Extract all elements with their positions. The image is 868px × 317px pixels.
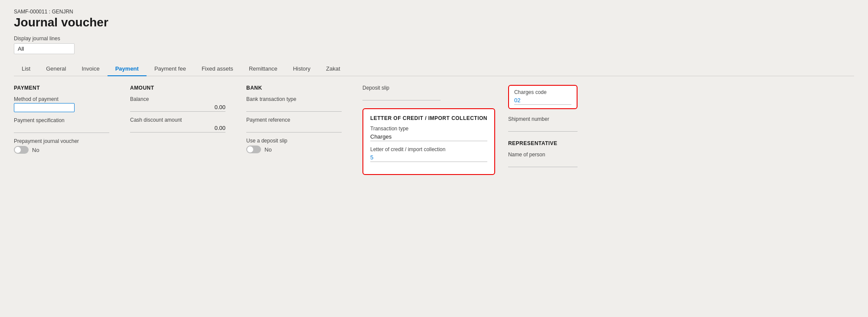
- display-label: Display journal lines: [14, 36, 854, 42]
- deposit-slip-value: [362, 92, 441, 100]
- tab-invoice[interactable]: Invoice: [74, 62, 107, 76]
- content-area: PAYMENT Method of payment Payment specif…: [14, 85, 854, 175]
- payment-section-title: PAYMENT: [14, 85, 109, 91]
- representative-title: REPRESENTATIVE: [508, 140, 595, 146]
- deposit-slip-label: Deposit slip: [362, 85, 495, 91]
- tab-fixed-assets[interactable]: Fixed assets: [194, 62, 241, 76]
- balance-label: Balance: [130, 96, 225, 102]
- bank-transaction-type-value: [246, 103, 342, 112]
- letter-of-credit-box: LETTER OF CREDIT / IMPORT COLLECTION Tra…: [362, 108, 495, 175]
- use-deposit-slip-toggle-row: No: [246, 146, 342, 153]
- charges-code-label: Charges code: [514, 89, 571, 95]
- payment-section: PAYMENT Method of payment Payment specif…: [14, 85, 109, 175]
- tab-zakat[interactable]: Zakat: [318, 62, 348, 76]
- payment-reference-value: [246, 124, 342, 133]
- collection-label: Letter of credit / import collection: [370, 146, 487, 152]
- payment-reference-label: Payment reference: [246, 117, 342, 123]
- method-of-payment-input[interactable]: [14, 103, 75, 112]
- tab-payment[interactable]: Payment: [108, 62, 147, 76]
- method-of-payment-label: Method of payment: [14, 96, 109, 102]
- use-deposit-slip-label: Use a deposit slip: [246, 138, 342, 144]
- tab-history[interactable]: History: [285, 62, 318, 76]
- charges-representative-section: Charges code 02 Shipment number REPRESEN…: [508, 85, 595, 175]
- payment-spec-value: [14, 124, 109, 133]
- tab-bar: List General Invoice Payment Payment fee…: [14, 62, 854, 76]
- use-deposit-slip-toggle-label: No: [264, 146, 272, 153]
- prepayment-toggle-label: No: [32, 147, 39, 153]
- loc-title: LETTER OF CREDIT / IMPORT COLLECTION: [370, 115, 487, 121]
- shipment-number-label: Shipment number: [508, 116, 595, 122]
- collection-value: 5: [370, 153, 487, 162]
- tab-remittance[interactable]: Remittance: [241, 62, 285, 76]
- name-of-person-label: Name of person: [508, 152, 595, 158]
- prepayment-toggle[interactable]: [14, 146, 29, 154]
- cash-discount-label: Cash discount amount: [130, 117, 225, 123]
- cash-discount-value: 0.00: [130, 124, 225, 133]
- tab-general[interactable]: General: [38, 62, 74, 76]
- prepayment-label: Prepayment journal voucher: [14, 138, 109, 144]
- amount-section-title: AMOUNT: [130, 85, 225, 91]
- transaction-type-value: Charges: [370, 133, 487, 141]
- balance-value: 0.00: [130, 103, 225, 112]
- tab-payment-fee[interactable]: Payment fee: [147, 62, 194, 76]
- amount-section: AMOUNT Balance 0.00 Cash discount amount…: [130, 85, 225, 175]
- tab-list[interactable]: List: [14, 62, 38, 76]
- bank-section: BANK Bank transaction type Payment refer…: [246, 85, 342, 175]
- charges-code-value: 02: [514, 96, 571, 105]
- bank-transaction-type-label: Bank transaction type: [246, 96, 342, 102]
- use-deposit-slip-toggle[interactable]: [246, 146, 261, 153]
- charges-code-box: Charges code 02: [508, 85, 578, 109]
- shipment-number-value: [508, 123, 578, 132]
- payment-spec-label: Payment specification: [14, 117, 109, 123]
- display-dropdown[interactable]: All: [14, 43, 75, 54]
- deposit-loc-section: Deposit slip LETTER OF CREDIT / IMPORT C…: [362, 85, 495, 175]
- prepayment-toggle-row: No: [14, 146, 109, 154]
- page-container: SAMF-000011 : GENJRN Journal voucher Dis…: [0, 0, 868, 184]
- name-of-person-value: [508, 158, 578, 167]
- page-title: Journal voucher: [14, 16, 854, 29]
- subtitle: SAMF-000011 : GENJRN: [14, 9, 854, 15]
- bank-section-title: BANK: [246, 85, 342, 91]
- transaction-type-label: Transaction type: [370, 126, 487, 132]
